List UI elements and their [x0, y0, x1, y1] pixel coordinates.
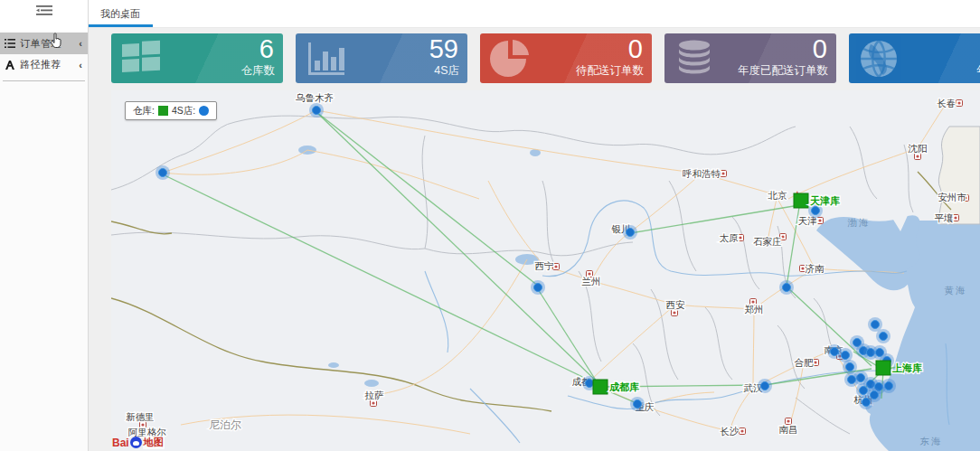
city-icon [672, 310, 678, 316]
store-marker[interactable] [881, 379, 896, 393]
city-icon [956, 100, 963, 107]
city-icon [371, 400, 377, 407]
card-warehouse-count[interactable]: 6 仓库数 [111, 33, 283, 83]
city-icon [813, 360, 819, 366]
store-marker[interactable] [309, 103, 324, 117]
legend-warehouse-label: 仓库: [133, 105, 155, 117]
store-marker[interactable] [868, 317, 882, 332]
city-icon [738, 235, 744, 241]
baidu-logo-text: Bai [112, 437, 129, 449]
city-label: 西宁 [535, 260, 554, 271]
card-value: 0 [628, 34, 643, 63]
windows-icon [120, 39, 162, 79]
globe-icon [858, 39, 900, 79]
warehouse-label: 天津库 [809, 195, 840, 206]
tab-label: 我的桌面 [100, 7, 140, 21]
baidu-map-label: 地图 [143, 436, 165, 449]
city-label: 兰州 [582, 276, 601, 287]
city-label: 拉萨 [365, 390, 385, 400]
city-icon [740, 428, 746, 435]
card-yearly-delivered-orders[interactable]: 0 年度已配送订单数 [664, 33, 836, 83]
pie-chart-icon [489, 39, 531, 79]
city-label: 合肥 [795, 357, 815, 368]
database-icon [674, 39, 715, 79]
sidebar-item-label: 路径推荐 [20, 58, 79, 71]
baidu-paw-icon [130, 437, 142, 448]
store-marker[interactable] [779, 280, 794, 295]
city-icon [817, 218, 824, 224]
city-label: 北京 [768, 190, 788, 201]
warehouse-label: 成都库 [608, 381, 639, 392]
list-icon [4, 39, 16, 48]
store-marker[interactable] [758, 379, 772, 393]
city-label: 西安 [666, 299, 686, 310]
card-4s-store-count[interactable]: 59 4S店 [296, 33, 467, 83]
city-icon [721, 171, 727, 177]
sidebar: 订单管理 ‹ 路径推荐 ‹ [0, 0, 89, 451]
warehouse-label: 上海库 [891, 362, 922, 373]
baidu-attribution: Bai 地图 [112, 436, 165, 449]
card-label: 4S店 [434, 63, 459, 79]
store-marker[interactable] [630, 397, 645, 411]
baidu-map-canvas[interactable]: 乌鲁木齐呼和浩特★北京天津长春沈阳安州市平壤石家庄太原银川济南郑州西安西宁兰州成… [111, 90, 980, 451]
bar-chart-icon [305, 39, 346, 79]
tab-my-desktop[interactable]: 我的桌面 [88, 0, 153, 27]
store-marker[interactable] [859, 395, 873, 409]
city-label: 尼泊尔 [209, 418, 241, 431]
legend-store-label: 4S店: [172, 105, 195, 117]
city-label: 新德里 [126, 411, 155, 422]
city-label: 呼和浩特 [683, 168, 721, 179]
sea-label: 黄海 [945, 285, 967, 296]
map-legend: 仓库: 4S店: [125, 101, 217, 120]
warehouse-swatch-icon [158, 106, 168, 116]
city-label: 石家庄 [753, 236, 782, 247]
card-label: 年度已配 [976, 63, 980, 79]
card-value: 6 [259, 34, 274, 63]
city-icon [915, 154, 921, 160]
store-marker[interactable] [531, 280, 545, 295]
card-label: 年度已配送订单数 [738, 63, 828, 79]
store-marker[interactable] [844, 372, 859, 387]
city-label: 太原 [720, 232, 740, 243]
city-label: 沈阳 [908, 143, 928, 154]
city-icon [953, 215, 959, 221]
card-label: 仓库数 [241, 63, 276, 79]
chevron-left-icon: ‹ [79, 38, 84, 49]
city-icon [553, 264, 560, 270]
city-label: 郑州 [745, 304, 764, 315]
city-label: 南昌 [779, 424, 798, 435]
sidebar-collapse-icon[interactable] [36, 4, 52, 20]
tab-active-underline [88, 24, 153, 27]
sea-label: 渤海 [848, 217, 871, 228]
city-label: 长春 [938, 98, 956, 108]
store-marker[interactable] [623, 225, 637, 240]
city-label: 安州市 [938, 192, 966, 202]
store-marker[interactable] [843, 360, 857, 374]
chevron-left-icon: ‹ [79, 60, 84, 70]
store-marker[interactable] [155, 165, 170, 180]
city-label: 乌鲁木齐 [296, 92, 334, 103]
sidebar-item-route-recommend[interactable]: 路径推荐 ‹ [0, 54, 88, 75]
city-label: 长沙 [721, 426, 740, 437]
card-label: 待配送订单数 [576, 63, 644, 79]
card-pending-orders[interactable]: 0 待配送订单数 [480, 33, 652, 83]
card-value: 59 [429, 34, 458, 63]
store-marker[interactable] [827, 344, 842, 359]
store-marker[interactable] [876, 329, 890, 343]
sidebar-divider [3, 80, 85, 81]
card-yearly-delivered-extra[interactable]: 年度已配 [849, 33, 980, 83]
warehouse-marker[interactable]: 成都库 [593, 380, 639, 394]
route-icon [4, 61, 16, 70]
top-bar: 我的桌面 [88, 0, 980, 28]
city-label: 平壤 [935, 212, 954, 223]
city-label: 济南 [806, 263, 825, 274]
sidebar-item-label: 订单管理 [20, 37, 79, 51]
warehouse-marker[interactable]: 上海库 [876, 361, 922, 375]
store-swatch-icon [199, 106, 209, 116]
card-value: 0 [813, 34, 827, 63]
sea-label: 东海 [920, 436, 943, 446]
sidebar-item-order-management[interactable]: 订单管理 ‹ [0, 33, 88, 54]
warehouse-marker[interactable]: 天津库 [794, 193, 840, 208]
